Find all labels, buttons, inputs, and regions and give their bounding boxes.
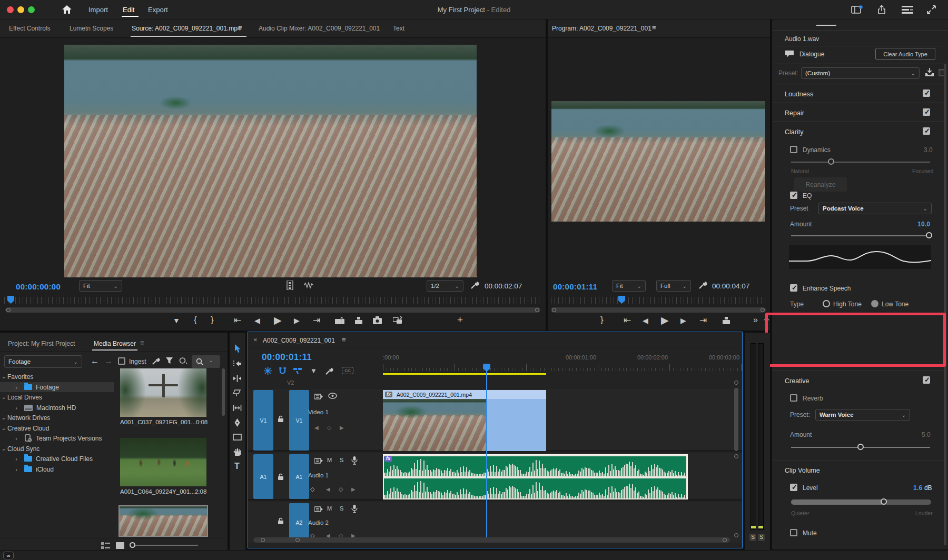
timeline-audio-clip[interactable]: fx [383, 454, 688, 499]
timeline-vscrollbar[interactable] [734, 381, 739, 543]
slip-tool[interactable] [233, 404, 242, 412]
scroll-handle-left[interactable] [552, 308, 556, 312]
tab-source[interactable]: Source: A002_C009_092221_001.mp4 [132, 25, 241, 32]
extract-icon[interactable] [722, 317, 731, 325]
reverb-checkbox[interactable] [790, 394, 797, 402]
mark-out-icon[interactable]: } [211, 315, 214, 324]
track-target-v1[interactable]: V1 [289, 390, 309, 451]
export-frame-icon[interactable] [373, 316, 382, 324]
hand-tool[interactable] [233, 447, 241, 456]
mark-in-icon[interactable]: { [194, 315, 197, 324]
list-view-icon[interactable] [101, 542, 110, 549]
button-editor-add-icon[interactable]: + [457, 315, 463, 325]
next-keyframe-icon[interactable]: ▶ [351, 486, 355, 492]
chevron-right-icon[interactable]: › [13, 435, 20, 442]
program-scrubber[interactable] [551, 297, 767, 304]
source-patch-a1[interactable]: A1 [253, 454, 273, 499]
creative-amount-value[interactable]: 5.0 [922, 431, 931, 438]
more-buttons-icon[interactable]: » [753, 316, 758, 324]
tree-item-local-drives[interactable]: ⌄Local Drives [0, 392, 114, 402]
track-settings-icon[interactable] [314, 506, 323, 513]
tab-media-browser[interactable]: Media Browser [94, 340, 136, 347]
goto-in-icon[interactable]: ⇤ [234, 316, 241, 325]
level-checkbox[interactable] [790, 484, 797, 491]
chevron-right-icon[interactable]: › [13, 456, 20, 462]
mute-track-button[interactable]: M [327, 506, 332, 512]
pen-tool[interactable] [233, 418, 241, 427]
razor-tool[interactable] [233, 389, 242, 397]
tree-item-creative-cloud[interactable]: ⌄Creative Cloud [0, 423, 114, 433]
tree-item-team-projects[interactable]: › Team Projects Versions [0, 433, 114, 443]
add-marker-icon[interactable]: ▼ [310, 367, 317, 374]
search-box[interactable]: ⌄ [192, 355, 220, 368]
drag-audio-icon[interactable] [303, 282, 314, 289]
scroll-handle-right[interactable] [535, 308, 539, 312]
project-vscrollbar[interactable] [222, 368, 225, 416]
chevron-down-icon[interactable]: ⌄ [0, 373, 7, 380]
step-back-icon[interactable]: ◀ [643, 317, 648, 324]
play-icon[interactable]: ▶ [274, 315, 282, 325]
comparison-view-icon[interactable] [393, 316, 402, 325]
tree-item-icloud[interactable]: › iCloud [0, 464, 114, 474]
mute-checkbox[interactable] [790, 529, 797, 536]
chevron-right-icon[interactable]: › [13, 466, 20, 473]
save-preset-icon[interactable] [925, 68, 934, 77]
timeline-ruler[interactable]: :00:00 00:00:01:00 00:00:02:00 00:00:03:… [369, 352, 743, 377]
creative-section-label[interactable]: Creative [785, 377, 809, 385]
track-settings-icon[interactable] [314, 457, 323, 464]
sequence-tab[interactable]: A002_C009_092221_001 [263, 337, 335, 344]
ripple-edit-tool[interactable] [233, 375, 242, 382]
lock-icon[interactable] [278, 517, 284, 525]
chevron-right-icon[interactable]: › [13, 405, 20, 411]
clip-thumbnail-2[interactable] [120, 438, 206, 486]
source-zoom-select[interactable]: Fit⌄ [79, 280, 122, 292]
toggle-track-output-eye-icon[interactable] [328, 393, 337, 399]
ingest-checkbox[interactable] [118, 357, 125, 365]
source-panel-menu-icon[interactable]: ≡ [238, 24, 242, 31]
dynamics-slider[interactable] [791, 162, 930, 163]
timeline-settings-wrench-icon[interactable] [325, 367, 333, 375]
button-editor-add-icon[interactable]: + [764, 315, 769, 325]
close-icon[interactable]: × [253, 336, 258, 343]
scroll-handle-left[interactable] [6, 308, 11, 312]
repair-checkbox[interactable] [923, 108, 930, 116]
step-forward-icon[interactable]: ▶ [680, 317, 686, 324]
panel-vscrollbar[interactable] [944, 64, 946, 545]
stacked-panel-icon[interactable] [902, 6, 913, 14]
view-presets-icon[interactable] [179, 357, 189, 365]
tree-item-footage[interactable]: › Footage [0, 382, 114, 392]
level-value[interactable]: 1.6 dB [913, 484, 932, 492]
program-zoom-select[interactable]: Fit⌄ [612, 280, 646, 292]
voiceover-mic-icon[interactable] [351, 456, 358, 465]
loudness-section-label[interactable]: Loudness [785, 91, 813, 98]
timeline-playhead-line[interactable] [486, 365, 487, 543]
tab-project[interactable]: Project: My First Project [8, 340, 75, 347]
back-icon[interactable]: ← [91, 357, 99, 365]
solo-track-button[interactable]: S [340, 506, 343, 512]
selection-tool[interactable] [233, 344, 242, 353]
enhance-speech-checkbox[interactable] [790, 284, 797, 292]
chevron-down-icon[interactable]: ⌄ [0, 425, 7, 432]
source-patch-v1[interactable]: V1 [253, 390, 273, 451]
creative-amount-slider[interactable] [791, 447, 930, 448]
track-select-tool[interactable] [233, 360, 242, 367]
goto-in-icon[interactable]: ⇤ [624, 316, 631, 325]
solo-right-button[interactable]: S [758, 534, 765, 541]
clip-thumbnail-3-selected[interactable] [118, 505, 208, 537]
voiceover-mic-icon[interactable] [351, 505, 358, 513]
project-panel-menu-icon[interactable]: ≡ [140, 339, 144, 346]
loudness-checkbox[interactable] [923, 89, 930, 97]
step-forward-icon[interactable]: ▶ [294, 317, 300, 324]
add-marker-icon[interactable]: ▼ [173, 317, 180, 324]
source-settings-wrench-icon[interactable] [470, 281, 479, 289]
eq-amount-slider[interactable] [791, 235, 930, 236]
program-panel-menu-icon[interactable]: ≡ [652, 24, 656, 31]
play-icon[interactable]: ▶ [661, 315, 669, 325]
repair-section-label[interactable]: Repair [785, 109, 804, 117]
fullscreen-icon[interactable] [926, 5, 936, 15]
dynamics-slider-thumb[interactable] [828, 158, 834, 165]
clip-thumbnail-1[interactable] [120, 368, 206, 417]
tree-item-cc-files[interactable]: › Creative Cloud Files [0, 454, 114, 464]
eq-amount-slider-thumb[interactable] [926, 232, 932, 238]
level-slider-thumb[interactable] [881, 498, 887, 505]
